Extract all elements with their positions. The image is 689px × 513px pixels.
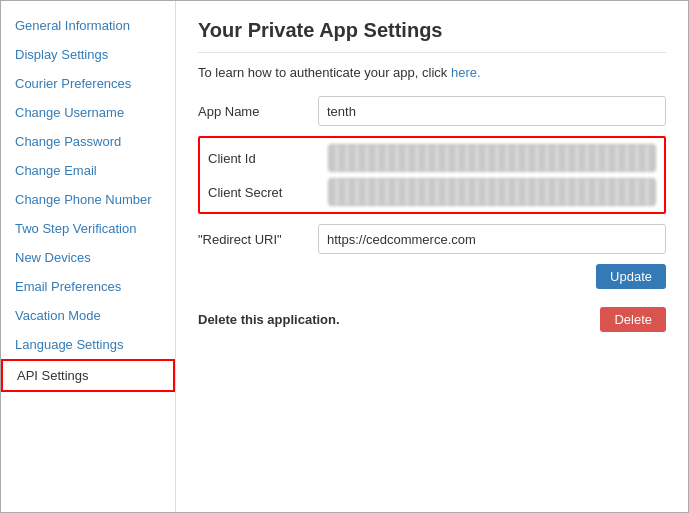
sidebar-item-two-step-verification[interactable]: Two Step Verification bbox=[1, 214, 175, 243]
redirect-uri-label: "Redirect URI" bbox=[198, 232, 318, 247]
page-title: Your Private App Settings bbox=[198, 19, 666, 53]
sidebar-item-courier-preferences[interactable]: Courier Preferences bbox=[1, 69, 175, 98]
client-id-label: Client Id bbox=[208, 151, 328, 166]
sidebar-item-vacation-mode[interactable]: Vacation Mode bbox=[1, 301, 175, 330]
sidebar-item-new-devices[interactable]: New Devices bbox=[1, 243, 175, 272]
client-id-row: Client Id bbox=[208, 144, 656, 172]
redirect-uri-input[interactable] bbox=[318, 224, 666, 254]
sidebar-item-api-settings[interactable]: API Settings bbox=[1, 359, 175, 392]
app-name-label: App Name bbox=[198, 104, 318, 119]
sensitive-section: Client Id Client Secret bbox=[198, 136, 666, 214]
app-window: General Information Display Settings Cou… bbox=[0, 0, 689, 513]
auth-link[interactable]: here. bbox=[451, 65, 481, 80]
sidebar-item-change-email[interactable]: Change Email bbox=[1, 156, 175, 185]
auth-info-text: To learn how to authenticate your app, c… bbox=[198, 65, 447, 80]
client-secret-value bbox=[328, 178, 656, 206]
client-secret-label: Client Secret bbox=[208, 185, 328, 200]
update-button[interactable]: Update bbox=[596, 264, 666, 289]
delete-section: Delete this application. Delete bbox=[198, 307, 666, 332]
update-action-row: Update bbox=[198, 264, 666, 289]
main-content: Your Private App Settings To learn how t… bbox=[176, 1, 688, 512]
client-secret-row: Client Secret bbox=[208, 178, 656, 206]
auth-info: To learn how to authenticate your app, c… bbox=[198, 65, 666, 80]
form-section: App Name Client Id Client Secret "Redire… bbox=[198, 96, 666, 254]
app-name-input[interactable] bbox=[318, 96, 666, 126]
sidebar-item-change-username[interactable]: Change Username bbox=[1, 98, 175, 127]
client-id-value bbox=[328, 144, 656, 172]
sidebar-item-change-password[interactable]: Change Password bbox=[1, 127, 175, 156]
sidebar: General Information Display Settings Cou… bbox=[1, 1, 176, 512]
sidebar-item-email-preferences[interactable]: Email Preferences bbox=[1, 272, 175, 301]
app-name-row: App Name bbox=[198, 96, 666, 126]
sidebar-item-language-settings[interactable]: Language Settings bbox=[1, 330, 175, 359]
redirect-uri-row: "Redirect URI" bbox=[198, 224, 666, 254]
sidebar-item-general-information[interactable]: General Information bbox=[1, 11, 175, 40]
delete-button[interactable]: Delete bbox=[600, 307, 666, 332]
sidebar-item-change-phone-number[interactable]: Change Phone Number bbox=[1, 185, 175, 214]
sidebar-item-display-settings[interactable]: Display Settings bbox=[1, 40, 175, 69]
delete-application-label: Delete this application. bbox=[198, 312, 340, 327]
